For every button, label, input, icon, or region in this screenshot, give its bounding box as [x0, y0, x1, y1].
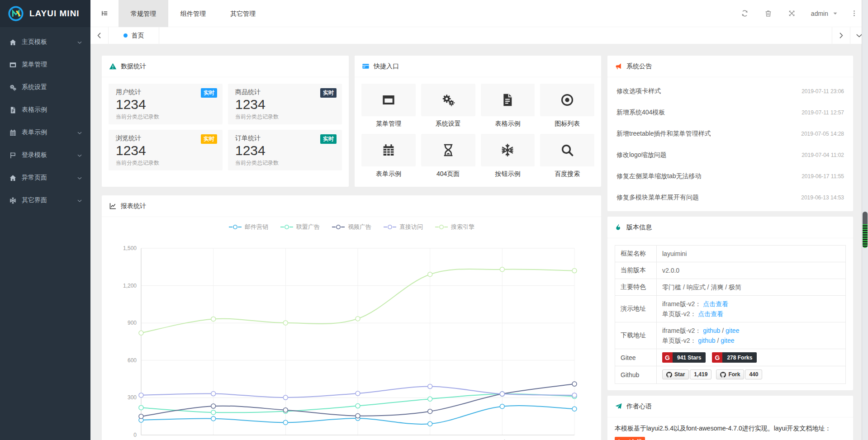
layui-doc-badge[interactable]: layui文档: [615, 437, 645, 440]
sidebar-item-7[interactable]: 其它界面: [0, 189, 90, 212]
svg-text:0: 0: [133, 432, 137, 438]
svg-text:600: 600: [128, 357, 137, 364]
legend-item[interactable]: 邮件营销: [228, 223, 268, 231]
quick-entry-label: 表格示例: [481, 120, 535, 128]
stats-card-title: 数据统计: [121, 62, 146, 71]
github-star-widget[interactable]: Star1,419: [662, 369, 711, 379]
announcement-row-1[interactable]: 新增系统404模板 2019-07-11 12:57: [607, 102, 853, 123]
sidebar-item-3[interactable]: 表格示例: [0, 99, 90, 121]
sidebar: LAYUI MINI 主页模板 菜单管理 系统设置 表格示例 表单示例 登录模板…: [0, 0, 90, 440]
file-icon: [481, 84, 535, 116]
stat-desc: 当前分类总记录数: [235, 159, 335, 167]
stat-value: 1234: [116, 143, 215, 158]
app-logo[interactable]: LAYUI MINI: [0, 0, 90, 27]
topbar: 常规管理 组件管理 其它管理 admin: [90, 0, 868, 27]
bullhorn-icon: [615, 62, 622, 70]
github-fork-widget[interactable]: Fork440: [716, 369, 762, 379]
quick-entry-0[interactable]: 菜单管理: [361, 84, 416, 134]
version-link[interactable]: github: [698, 337, 715, 344]
sidebar-item-label: 表格示例: [22, 106, 47, 114]
announcement-row-0[interactable]: 修改选项卡样式 2019-07-11 23:06: [607, 80, 853, 102]
announcement-row-5[interactable]: 修复多模块菜单栏展开有问题 2019-06-13 14:53: [607, 187, 853, 208]
quick-entry-7[interactable]: 百度搜索: [540, 134, 594, 184]
report-card-title: 报表统计: [121, 202, 146, 210]
main-content: 数据统计 用户统计 1234 当前分类总记录数 实时 商品统计 1234 当前分…: [90, 44, 862, 440]
trash-icon: [764, 9, 772, 17]
quick-entry-2[interactable]: 表格示例: [481, 84, 535, 134]
sidebar-item-0[interactable]: 主页模板: [0, 31, 90, 53]
sidebar-item-4[interactable]: 表单示例: [0, 121, 90, 144]
version-value: layuimini: [662, 250, 687, 257]
gitee-logo-icon: G: [662, 352, 673, 363]
version-table: 框架名称layuimini当前版本v2.0.0主要特色零门槛 / 响应式 / 清…: [615, 245, 846, 384]
quick-entry-6[interactable]: 按钮示例: [481, 134, 535, 184]
stat-realtime-badge: 实时: [320, 88, 337, 98]
sidebar-item-6[interactable]: 异常页面: [0, 166, 90, 189]
version-row-label: Github: [615, 366, 657, 384]
legend-item[interactable]: 搜索引擎: [435, 223, 474, 231]
user-menu[interactable]: admin: [804, 0, 846, 27]
stat-label: 用户统计: [116, 88, 215, 96]
sidebar-item-2[interactable]: 系统设置: [0, 76, 90, 99]
tab-home[interactable]: 首页: [109, 27, 159, 44]
collapse-sidebar-icon[interactable]: [90, 0, 119, 27]
legend-item[interactable]: 直接访问: [383, 223, 423, 231]
stat-label: 订单统计: [235, 134, 335, 142]
gitee-badge[interactable]: G941 Stars: [662, 352, 706, 363]
stat-box-1: 商品统计 1234 当前分类总记录数 实时: [228, 84, 342, 124]
quick-entry-4[interactable]: 表单示例: [361, 134, 416, 184]
quick-entry-grid: 菜单管理 系统设置 表格示例 图标列表 表单示例 404页面 按钮示例 百度搜索: [355, 77, 601, 184]
quick-entry-5[interactable]: 404页面: [421, 134, 475, 184]
stat-value: 1234: [235, 97, 335, 112]
version-link[interactable]: gitee: [726, 327, 739, 334]
snowflake-icon: [9, 197, 17, 204]
refresh-button[interactable]: [733, 0, 757, 27]
quick-entry-3[interactable]: 图标列表: [540, 84, 594, 134]
flag-icon: [9, 151, 17, 159]
gitee-logo-icon: G: [712, 352, 722, 363]
svg-text:300: 300: [128, 394, 137, 401]
quick-entry-label: 菜单管理: [361, 120, 416, 128]
scrollbar-thumb[interactable]: [863, 212, 868, 248]
legend-marker-icon: [280, 224, 294, 230]
calendar-icon: [9, 129, 17, 137]
version-link[interactable]: 点击查看: [698, 310, 723, 317]
version-link[interactable]: github: [703, 327, 720, 334]
fullscreen-button[interactable]: [780, 0, 804, 27]
legend-item[interactable]: 联盟广告: [280, 223, 320, 231]
clear-cache-button[interactable]: [757, 0, 780, 27]
announcement-row-2[interactable]: 新增treetable插件和菜单管理样式 2019-07-05 14:28: [607, 123, 853, 144]
legend-item[interactable]: 视频广告: [332, 223, 371, 231]
version-row-3: 演示地址iframe版-v2： 点击查看单页版-v2： 点击查看: [615, 296, 846, 322]
window-scrollbar[interactable]: [862, 0, 868, 440]
legend-marker-icon: [228, 224, 242, 230]
topnav-tab-components[interactable]: 组件管理: [168, 0, 218, 27]
github-octocat-icon: [666, 372, 672, 378]
chart-legend: 邮件营销 联盟广告 视频广告 直接访问 搜索引擎: [102, 217, 601, 237]
report-card: 报表统计 邮件营销 联盟广告 视频广告 直接访问 搜索引擎 0300600900…: [102, 195, 601, 440]
announcement-text: 新增treetable插件和菜单管理样式: [617, 130, 711, 138]
tabbar: 首页: [90, 27, 868, 44]
quick-entry-1[interactable]: 系统设置: [421, 84, 475, 134]
sidebar-item-5[interactable]: 登录模板: [0, 144, 90, 166]
sidebar-item-1[interactable]: 菜单管理: [0, 53, 90, 76]
app-title: LAYUI MINI: [29, 9, 80, 19]
announcement-row-4[interactable]: 修复左侧菜单缩放tab无法移动 2019-06-17 11:55: [607, 166, 853, 187]
stat-box-0: 用户统计 1234 当前分类总记录数 实时: [109, 84, 223, 124]
announcement-row-3[interactable]: 修改logo缩放问题 2019-07-04 11:02: [607, 144, 853, 166]
topnav-tab-regular[interactable]: 常规管理: [119, 0, 168, 27]
version-row-label: 框架名称: [615, 246, 657, 262]
gitee-badge[interactable]: G278 Forks: [712, 352, 757, 363]
line-chart-icon: [109, 202, 117, 210]
caret-down-icon: [831, 9, 839, 17]
version-title: 版本信息: [626, 223, 652, 232]
version-row-5: GiteeG941 StarsG278 Forks: [615, 349, 846, 366]
tabs-scroll-right-button[interactable]: [832, 27, 850, 44]
version-row-1: 当前版本v2.0.0: [615, 262, 846, 279]
tabs-scroll-left-button[interactable]: [90, 27, 109, 44]
topnav-tab-other[interactable]: 其它管理: [218, 0, 268, 27]
version-link[interactable]: gitee: [721, 337, 734, 344]
more-menu-button[interactable]: [846, 0, 862, 27]
version-link[interactable]: 点击查看: [703, 300, 728, 308]
author-text-line1: 本模板基于layui2.5.4以及font-awesome-4.7.0进行实现。…: [615, 423, 846, 434]
